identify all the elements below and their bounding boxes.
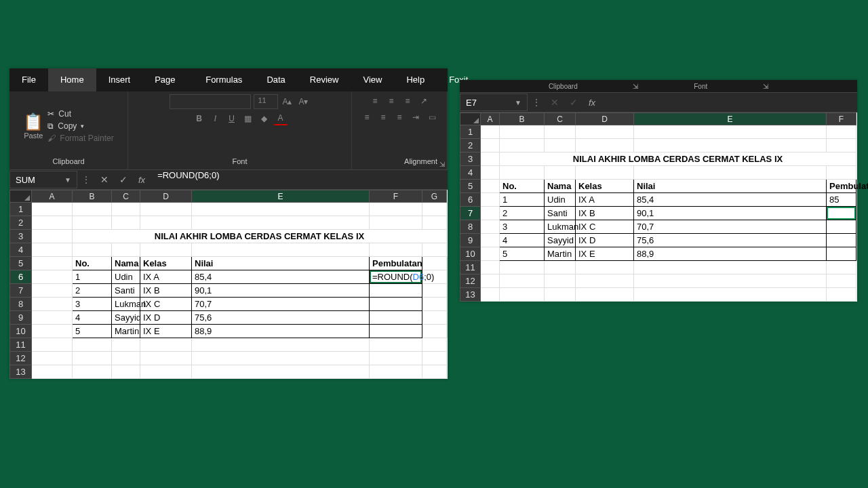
name-box[interactable]: E7 ▼ <box>460 94 528 111</box>
tab-help[interactable]: Help <box>394 68 437 92</box>
paste-button[interactable]: 📋 Paste <box>23 113 43 140</box>
column-header-f[interactable]: F <box>827 113 856 125</box>
clipboard-launcher-icon[interactable]: ⇲ <box>439 161 445 168</box>
cell[interactable] <box>192 243 370 257</box>
header-kelas[interactable]: Kelas <box>140 257 192 270</box>
tab-page-layout[interactable]: Page Layout <box>142 68 193 92</box>
cell-nama[interactable]: Sayyid <box>112 311 140 325</box>
cell-kelas[interactable]: IX A <box>576 193 634 207</box>
column-header-b[interactable]: B <box>73 190 112 203</box>
column-header-e[interactable]: E <box>634 113 827 125</box>
cell[interactable] <box>481 125 500 139</box>
row-header[interactable]: 6 <box>10 270 32 284</box>
row-header[interactable]: 7 <box>10 284 32 298</box>
column-header-e[interactable]: E <box>192 190 370 203</box>
row-header[interactable]: 10 <box>460 247 481 261</box>
cell[interactable] <box>545 288 576 302</box>
cell[interactable] <box>481 261 500 274</box>
cell-no[interactable]: 3 <box>73 298 112 311</box>
align-center-icon[interactable]: ≡ <box>376 110 390 124</box>
tab-review[interactable]: Review <box>298 68 351 92</box>
increase-font-icon[interactable]: A▴ <box>281 95 294 108</box>
cell-nama[interactable]: Udin <box>112 270 140 284</box>
cell[interactable] <box>32 352 73 365</box>
cell[interactable] <box>827 261 856 274</box>
cell[interactable] <box>192 365 370 379</box>
decrease-font-icon[interactable]: A▾ <box>297 95 311 108</box>
cell-no[interactable]: 1 <box>73 270 112 284</box>
align-right-icon[interactable]: ≡ <box>393 110 406 124</box>
cell[interactable] <box>545 274 576 288</box>
cell[interactable] <box>192 203 370 216</box>
cell-kelas[interactable]: IX E <box>576 247 634 261</box>
copy-button[interactable]: ⧉Copy▾ <box>47 121 113 131</box>
cell-pembulatan[interactable] <box>827 234 856 247</box>
formula-input[interactable] <box>601 93 857 112</box>
cell[interactable] <box>576 274 634 288</box>
cell[interactable] <box>545 125 576 139</box>
cell[interactable] <box>140 203 192 216</box>
cell[interactable] <box>112 243 140 257</box>
cell-kelas[interactable]: IX C <box>576 220 634 234</box>
cell[interactable] <box>500 166 545 180</box>
align-bottom-icon[interactable]: ≡ <box>401 94 414 108</box>
cell[interactable] <box>370 216 422 230</box>
cell[interactable] <box>112 352 140 365</box>
cell-kelas[interactable]: IX E <box>140 325 192 338</box>
cell-pembulatan[interactable]: =ROUND(D6;0) <box>370 270 422 284</box>
cancel-formula-button[interactable]: ✕ <box>95 174 114 185</box>
column-header-c[interactable]: C <box>112 190 140 203</box>
sheet-grid-right[interactable]: ABCDEF 123NILAI AKHIR LOMBA CERDAS CERMA… <box>460 113 857 302</box>
row-header[interactable]: 9 <box>460 234 481 247</box>
align-top-icon[interactable]: ≡ <box>368 94 382 108</box>
cell[interactable] <box>422 338 447 352</box>
cell[interactable] <box>32 365 73 379</box>
cell[interactable] <box>73 243 112 257</box>
cell[interactable] <box>370 243 422 257</box>
font-name-select[interactable] <box>170 94 251 109</box>
cell[interactable] <box>140 338 192 352</box>
cell[interactable] <box>500 139 545 152</box>
row-header[interactable]: 12 <box>460 274 481 288</box>
cell-no[interactable]: 2 <box>500 207 545 220</box>
cell[interactable] <box>500 274 545 288</box>
font-size-select[interactable]: 11 <box>254 94 278 109</box>
row-header[interactable]: 3 <box>10 230 32 243</box>
align-middle-icon[interactable]: ≡ <box>384 94 398 108</box>
cell[interactable] <box>827 166 856 180</box>
cell[interactable] <box>634 139 827 152</box>
cell-nama[interactable]: Santi <box>112 284 140 298</box>
column-header-b[interactable]: B <box>500 113 545 125</box>
column-header-a[interactable]: A <box>32 190 73 203</box>
cell-no[interactable]: 5 <box>73 325 112 338</box>
row-header[interactable]: 2 <box>460 139 481 152</box>
cell-no[interactable]: 1 <box>500 193 545 207</box>
row-header[interactable]: 2 <box>10 216 32 230</box>
cell[interactable] <box>73 352 112 365</box>
cell-pembulatan[interactable] <box>370 284 422 298</box>
cell[interactable] <box>827 125 856 139</box>
cell[interactable] <box>500 125 545 139</box>
cell-kelas[interactable]: IX B <box>140 284 192 298</box>
cell[interactable] <box>370 352 422 365</box>
cell[interactable] <box>140 365 192 379</box>
cell[interactable] <box>500 261 545 274</box>
header-kelas[interactable]: Kelas <box>576 180 634 193</box>
row-header[interactable]: 3 <box>460 152 481 166</box>
cell[interactable] <box>140 216 192 230</box>
cell-nilai[interactable]: 85,4 <box>192 270 370 284</box>
cell[interactable] <box>576 125 634 139</box>
cell[interactable] <box>576 288 634 302</box>
cell[interactable] <box>370 365 422 379</box>
header-nama[interactable]: Nama <box>545 180 576 193</box>
cell[interactable] <box>140 352 192 365</box>
cell-no[interactable]: 4 <box>73 311 112 325</box>
cell[interactable] <box>73 216 112 230</box>
column-header-a[interactable]: A <box>481 113 500 125</box>
cell[interactable] <box>634 274 827 288</box>
row-header[interactable]: 1 <box>460 125 481 139</box>
cell[interactable] <box>545 139 576 152</box>
tab-data[interactable]: Data <box>254 68 297 92</box>
cell[interactable] <box>576 166 634 180</box>
cell[interactable] <box>827 274 856 288</box>
